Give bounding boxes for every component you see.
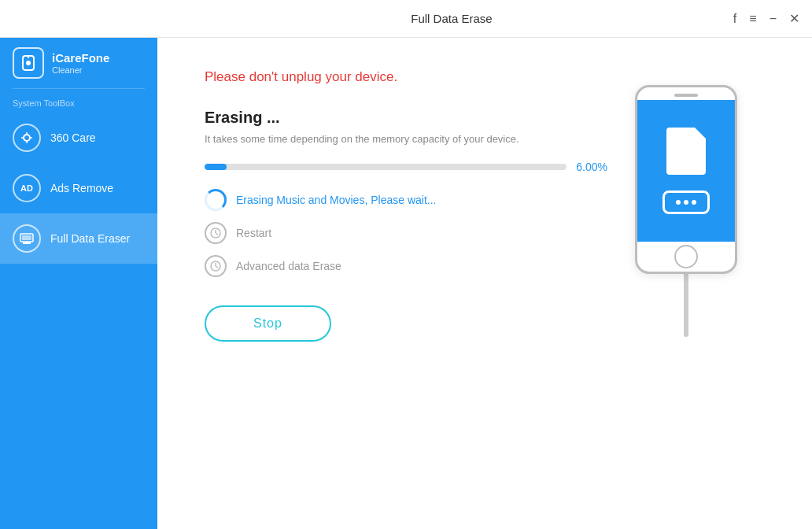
ads-remove-icon: AD	[13, 174, 41, 202]
phone-body	[635, 85, 737, 274]
content-area: Please don't unplug your device. Erasing…	[157, 38, 812, 529]
progress-bar-fill	[205, 164, 227, 170]
erasing-title: Erasing ...	[205, 109, 607, 127]
step-label-erasing-music: Erasing Music and Movies, Please wait...	[236, 194, 436, 206]
svg-line-17	[216, 266, 218, 268]
sidebar-logo: iCareFone Cleaner	[0, 38, 157, 88]
warning-text: Please don't unplug your device.	[205, 69, 607, 85]
stop-button[interactable]: Stop	[205, 305, 331, 342]
menu-icon[interactable]: ≡	[749, 12, 756, 26]
title-bar-controls: f ≡ − ✕	[733, 11, 799, 26]
phone-doc-icon	[666, 128, 706, 175]
sidebar-item-full-data-eraser[interactable]: Full Data Eraser	[0, 213, 157, 264]
progress-bar-wrap: 6.00%	[205, 161, 607, 173]
sidebar-item-360-care[interactable]: 360 Care	[0, 113, 157, 163]
phone-cable	[684, 274, 688, 337]
step-label-restart: Restart	[236, 227, 271, 239]
spinner-animation	[205, 189, 227, 211]
phone-illustration	[623, 85, 749, 337]
main-layout: iCareFone Cleaner System ToolBox 360 Car…	[0, 38, 812, 529]
step-clock-icon-advanced	[205, 255, 227, 277]
step-spinner-icon	[205, 189, 227, 211]
360-care-icon	[13, 124, 41, 152]
step-item-erasing-music: Erasing Music and Movies, Please wait...	[205, 189, 607, 211]
sidebar-item-label-360-care: 360 Care	[50, 131, 96, 144]
step-item-advanced-erase: Advanced data Erase	[205, 255, 607, 277]
svg-rect-18	[678, 142, 692, 161]
step-clock-icon-restart	[205, 222, 227, 244]
chat-dot-3	[692, 200, 696, 205]
progress-container: 6.00%	[205, 161, 607, 173]
svg-line-14	[216, 233, 218, 235]
erasing-subtitle: It takes some time depending on the memo…	[205, 133, 607, 145]
chat-dot-1	[676, 200, 681, 205]
svg-rect-9	[22, 235, 31, 240]
svg-point-3	[24, 135, 30, 141]
chat-dot-2	[684, 200, 688, 205]
facebook-icon[interactable]: f	[733, 12, 736, 26]
minimize-icon[interactable]: −	[770, 12, 777, 26]
phone-home-button	[674, 245, 698, 268]
close-icon[interactable]: ✕	[789, 11, 799, 26]
step-item-restart: Restart	[205, 222, 607, 244]
logo-icon	[13, 47, 44, 79]
phone-chat-icon	[663, 191, 710, 214]
progress-bar-background	[205, 164, 567, 170]
full-data-eraser-icon	[13, 224, 41, 253]
window-title: Full Data Erase	[170, 12, 733, 25]
title-bar: Full Data Erase f ≡ − ✕	[0, 0, 812, 38]
content-left: Please don't unplug your device. Erasing…	[205, 69, 607, 498]
sidebar: iCareFone Cleaner System ToolBox 360 Car…	[0, 38, 157, 529]
sidebar-item-label-ads-remove: Ads Remove	[50, 182, 113, 194]
progress-percent: 6.00%	[576, 161, 607, 173]
logo-text: iCareFone Cleaner	[52, 51, 109, 75]
sidebar-item-label-full-data-eraser: Full Data Eraser	[50, 232, 130, 245]
phone-speaker	[674, 94, 698, 97]
sidebar-section-label: System ToolBox	[0, 89, 157, 113]
svg-point-1	[26, 61, 31, 65]
phone-illustration-area	[607, 69, 765, 498]
phone-screen	[637, 100, 735, 242]
sidebar-item-ads-remove[interactable]: AD Ads Remove	[0, 163, 157, 213]
app-subtitle: Cleaner	[52, 65, 109, 75]
steps-list: Erasing Music and Movies, Please wait...…	[205, 189, 607, 277]
app-name: iCareFone	[52, 51, 109, 65]
step-label-advanced-erase: Advanced data Erase	[236, 260, 341, 272]
